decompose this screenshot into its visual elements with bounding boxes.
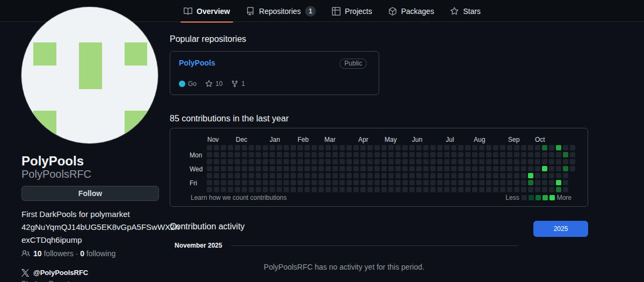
contribution-cell[interactable] — [284, 152, 289, 157]
contribution-cell[interactable] — [458, 159, 464, 164]
contribution-cell[interactable] — [423, 166, 429, 171]
contribution-cell[interactable] — [486, 180, 491, 185]
contribution-cell[interactable] — [458, 166, 464, 171]
contribution-cell[interactable] — [319, 145, 324, 150]
contribution-cell[interactable] — [528, 180, 533, 185]
contribution-cell[interactable] — [500, 173, 505, 178]
contribution-cell[interactable] — [235, 187, 240, 192]
contribution-cell[interactable] — [479, 173, 484, 178]
contribution-cell[interactable] — [221, 187, 226, 192]
contribution-cell[interactable] — [235, 173, 240, 178]
contribution-cell[interactable] — [221, 159, 226, 164]
contribution-cell[interactable] — [416, 152, 422, 157]
contribution-cell[interactable] — [256, 180, 261, 185]
contribution-cell[interactable] — [514, 145, 519, 150]
contribution-cell[interactable] — [570, 166, 575, 171]
contribution-cell[interactable] — [207, 173, 212, 178]
contribution-cell[interactable] — [242, 173, 247, 178]
contribution-cell[interactable] — [263, 173, 268, 178]
contribution-cell[interactable] — [409, 159, 415, 164]
contribution-cell[interactable] — [256, 159, 261, 164]
contribution-cell[interactable] — [451, 187, 457, 192]
contribution-cell[interactable] — [514, 187, 519, 192]
contribution-cell[interactable] — [535, 173, 540, 178]
contribution-cell[interactable] — [430, 159, 436, 164]
contribution-cell[interactable] — [479, 145, 484, 150]
contribution-cell[interactable] — [444, 180, 450, 185]
contribution-cell[interactable] — [319, 152, 324, 157]
contribution-cell[interactable] — [298, 187, 303, 192]
contribution-cell[interactable] — [563, 173, 568, 178]
contribution-cell[interactable] — [486, 152, 491, 157]
contribution-cell[interactable] — [256, 187, 261, 192]
contribution-cell[interactable] — [360, 166, 366, 171]
contribution-cell[interactable] — [360, 187, 366, 192]
contribution-cell[interactable] — [437, 180, 443, 185]
contribution-cell[interactable] — [507, 180, 512, 185]
repo-link[interactable]: PolyPools — [179, 59, 215, 67]
contribution-cell[interactable] — [556, 152, 561, 157]
contribution-cell[interactable] — [235, 180, 240, 185]
contribution-cell[interactable] — [500, 166, 505, 171]
contribution-cell[interactable] — [228, 173, 233, 178]
contribution-cell[interactable] — [416, 159, 422, 164]
contribution-cell[interactable] — [228, 180, 233, 185]
contribution-cell[interactable] — [235, 145, 240, 150]
contribution-cell[interactable] — [312, 180, 317, 185]
contribution-cell[interactable] — [270, 145, 275, 150]
contribution-cell[interactable] — [556, 166, 561, 171]
contribution-cell[interactable] — [256, 145, 261, 150]
contribution-cell[interactable] — [451, 173, 457, 178]
contribution-cell[interactable] — [325, 145, 331, 150]
contribution-cell[interactable] — [319, 159, 324, 164]
contribution-cell[interactable] — [409, 180, 415, 185]
contribution-cell[interactable] — [388, 180, 394, 185]
contribution-cell[interactable] — [305, 180, 310, 185]
tab-projects[interactable]: Projects — [327, 0, 378, 22]
contribution-cell[interactable] — [549, 187, 554, 192]
contribution-cell[interactable] — [360, 145, 366, 150]
contribution-cell[interactable] — [339, 166, 345, 171]
contribution-cell[interactable] — [507, 159, 512, 164]
contribution-cell[interactable] — [514, 152, 519, 157]
contribution-cell[interactable] — [256, 173, 261, 178]
contribution-cell[interactable] — [416, 180, 422, 185]
contribution-cell[interactable] — [214, 187, 219, 192]
contribution-cell[interactable] — [235, 159, 240, 164]
contribution-cell[interactable] — [472, 159, 477, 164]
contribution-cell[interactable] — [353, 180, 359, 185]
contribution-cell[interactable] — [263, 145, 268, 150]
contribution-cell[interactable] — [374, 187, 380, 192]
contribution-cell[interactable] — [360, 159, 366, 164]
contribution-cell[interactable] — [402, 159, 408, 164]
contribution-cell[interactable] — [563, 152, 568, 157]
contribution-cell[interactable] — [339, 152, 345, 157]
contribution-cell[interactable] — [242, 187, 247, 192]
contribution-cell[interactable] — [381, 152, 387, 157]
contribution-cell[interactable] — [444, 145, 450, 150]
contribution-cell[interactable] — [521, 173, 526, 178]
contribution-cell[interactable] — [570, 152, 575, 157]
contribution-cell[interactable] — [444, 159, 450, 164]
contribution-cell[interactable] — [298, 159, 303, 164]
contribution-cell[interactable] — [291, 166, 296, 171]
contribution-cell[interactable] — [319, 187, 324, 192]
contribution-cell[interactable] — [465, 152, 471, 157]
contribution-cell[interactable] — [507, 145, 512, 150]
contribution-cell[interactable] — [270, 166, 275, 171]
contribution-cell[interactable] — [374, 166, 380, 171]
contribution-cell[interactable] — [312, 152, 317, 157]
contribution-cell[interactable] — [291, 180, 296, 185]
contribution-cell[interactable] — [472, 180, 477, 185]
contribution-cell[interactable] — [388, 152, 394, 157]
contribution-cell[interactable] — [535, 180, 540, 185]
contribution-cell[interactable] — [228, 152, 233, 157]
contribution-cell[interactable] — [214, 145, 219, 150]
contribution-cell[interactable] — [353, 159, 359, 164]
contribution-cell[interactable] — [563, 166, 568, 171]
contribution-cell[interactable] — [493, 180, 498, 185]
contribution-cell[interactable] — [256, 152, 261, 157]
contribution-cell[interactable] — [500, 159, 505, 164]
contribution-cell[interactable] — [277, 173, 282, 178]
contribution-cell[interactable] — [235, 166, 240, 171]
